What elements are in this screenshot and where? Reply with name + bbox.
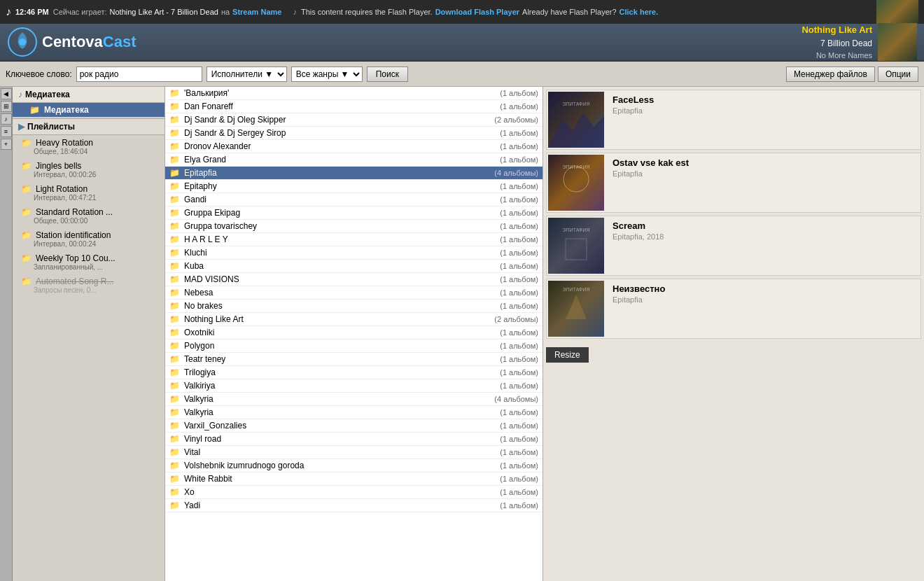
sidebar-item-2[interactable]: 📁Light RotationИнтервал, 00:47:21 [13, 181, 164, 204]
artist-row[interactable]: 📁Kluchi(1 альбом) [165, 246, 542, 260]
nav-icon-5[interactable]: + [1, 139, 12, 150]
genre-select[interactable]: Все жанры ▼ [291, 66, 363, 82]
sidebar-item-sub: Общее, 00:00:00 [34, 217, 159, 225]
file-manager-button[interactable]: Менеджер файлов [786, 66, 875, 82]
playlists-header[interactable]: ▶ Плейлисты [13, 118, 164, 135]
folder-icon-artist: 📁 [169, 314, 180, 324]
artist-row[interactable]: 📁Polygon(1 альбом) [165, 340, 542, 353]
sidebar-item-4[interactable]: 📁Station identificationИнтервал, 00:00:2… [13, 227, 164, 251]
folder-icon-artist: 📁 [169, 354, 180, 364]
sidebar-item-sub: Запросы песен, 0... [34, 286, 159, 294]
artist-row[interactable]: 📁Vital(1 альбом) [165, 446, 542, 459]
artist-row[interactable]: 📁Dj Sandr & Dj Sergey Sirop(1 альбом) [165, 127, 542, 140]
sidebar-items-container: 📁Heavy RotationОбщее, 18:46:04📁Jingles b… [13, 135, 164, 581]
artist-row[interactable]: 📁Volshebnik izumrudnogo goroda(1 альбом) [165, 459, 542, 472]
artist-row[interactable]: 📁MAD VISIONS(1 альбом) [165, 273, 542, 286]
artist-row[interactable]: 📁Valkyria(4 альбомы) [165, 393, 542, 406]
sidebar-item-5[interactable]: 📁Weekly Top 10 Cou...Запланированный, ..… [13, 251, 164, 274]
nav-icon-3[interactable]: ♪ [1, 113, 12, 125]
artist-name: Gruppa Ekipag [184, 208, 500, 218]
sidebar-item-0[interactable]: 📁Heavy RotationОбщее, 18:46:04 [13, 135, 164, 158]
artist-row[interactable]: 📁Oxotniki(1 альбом) [165, 326, 542, 340]
options-button[interactable]: Опции [878, 66, 918, 82]
np-artist: 7 Billion Dead [802, 37, 872, 50]
search-button[interactable]: Поиск [367, 66, 408, 82]
search-bar: Ключевое слово: Исполнители ▼ Все жанры … [0, 62, 924, 87]
sidebar-item-sub: Запланированный, ... [34, 263, 159, 271]
sidebar-item-medialibrary[interactable]: 📁 Медиатека [13, 103, 164, 117]
stream-name[interactable]: Stream Name [232, 8, 281, 16]
artist-row[interactable]: 📁Dj Sandr & Dj Oleg Skipper(2 альбомы) [165, 113, 542, 127]
album-count: (1 альбом) [500, 408, 538, 416]
artist-row[interactable]: 📁Epitaphy(1 альбом) [165, 180, 542, 193]
artist-row[interactable]: 📁Gruppa Ekipag(1 альбом) [165, 206, 542, 220]
folder-icon-artist: 📁 [169, 500, 180, 510]
folder-icon-artist: 📁 [169, 447, 180, 457]
album-info: Ostav vse kak estEpitapfia [610, 155, 919, 181]
logo[interactable]: CentovaCast [7, 27, 136, 57]
album-count: (2 альбомы) [494, 115, 538, 124]
sidebar-item-6[interactable]: 📁Automated Song R...Запросы песен, 0... [13, 274, 164, 297]
artist-name: Dan Fonareff [184, 102, 500, 111]
artist-row[interactable]: 📁Vinyl road(1 альбом) [165, 433, 542, 446]
album-card[interactable]: ЭПИТАФИЯFaceLessEpitapfia [546, 90, 921, 150]
nav-icon-1[interactable]: ◀ [1, 88, 12, 99]
album-count: (2 альбомы) [494, 315, 538, 323]
artist-row[interactable]: 📁No brakes(1 альбом) [165, 300, 542, 313]
album-meta: Epitapfia [612, 295, 916, 304]
artist-row[interactable]: 📁Teatr teney(1 альбом) [165, 353, 542, 366]
folder-icon-artist: 📁 [169, 328, 180, 337]
flash-middle-text: Already have Flash Player? [522, 8, 617, 16]
flash-click-link[interactable]: Click here. [620, 8, 659, 16]
artist-row[interactable]: 📁Valkyria(1 альбом) [165, 406, 542, 419]
artist-name: Valkyria [184, 407, 500, 417]
svg-text:ЭПИТАФИЯ: ЭПИТАФИЯ [563, 227, 590, 232]
artist-name: Epitaphy [184, 181, 500, 191]
folder-icon-artist: 📁 [169, 195, 180, 204]
search-input[interactable] [76, 66, 202, 82]
album-meta: Epitapfia [612, 106, 916, 115]
album-count: (1 альбом) [500, 302, 538, 310]
artist-name: Polygon [184, 341, 500, 351]
artist-name: Yadi [184, 500, 500, 510]
artist-row[interactable]: 📁'Валькирия'(1 альбом) [165, 87, 542, 100]
folder-icon: 📁 [21, 230, 31, 240]
album-card[interactable]: ЭПИТАФИЯНеизвестноEpitapfia [546, 279, 921, 339]
artist-row[interactable]: 📁Gandi(1 альбом) [165, 193, 542, 206]
album-card[interactable]: ЭПИТАФИЯScreamEpitapfia, 2018 [546, 216, 921, 276]
album-count: (1 альбом) [500, 382, 538, 390]
media-library-header[interactable]: ♪ Медиатека [13, 87, 164, 103]
sidebar-medialibrary-label: Медиатека [44, 105, 89, 115]
album-title: FaceLess [612, 94, 916, 105]
folder-icon-artist: 📁 [169, 421, 180, 430]
artist-row[interactable]: 📁Yadi(1 альбом) [165, 499, 542, 512]
flash-download-link[interactable]: Download Flash Player [435, 8, 519, 16]
note-icon-sidebar: ♪ [18, 90, 22, 99]
artist-row[interactable]: 📁Nothing Like Art(2 альбомы) [165, 313, 542, 326]
album-card[interactable]: ЭПИТАФИЯOstav vse kak estEpitapfia [546, 153, 921, 213]
artist-row[interactable]: 📁Kuba(1 альбом) [165, 260, 542, 273]
artist-row[interactable]: 📁Elya Grand(1 альбом) [165, 153, 542, 167]
sidebar-item-3[interactable]: 📁Standard Rotation ...Общее, 00:00:00 [13, 204, 164, 227]
artist-row[interactable]: 📁H A R L E Y(1 альбом) [165, 233, 542, 246]
artist-row[interactable]: 📁Dan Fonareff(1 альбом) [165, 100, 542, 113]
nav-icon-4[interactable]: ≡ [1, 126, 12, 137]
album-meta: Epitapfia [612, 169, 916, 178]
artist-row[interactable]: 📁Nebesa(1 альбом) [165, 286, 542, 300]
artist-row[interactable]: 📁Xo(1 альбом) [165, 486, 542, 499]
side-nav-strip: ◀ ⊞ ♪ ≡ + [0, 87, 13, 581]
logo-icon [7, 27, 38, 57]
artist-row[interactable]: 📁Trilogiya(1 альбом) [165, 366, 542, 379]
sidebar-item-1[interactable]: 📁Jingles bellsИнтервал, 00:00:26 [13, 158, 164, 181]
performer-select[interactable]: Исполнители ▼ [206, 66, 287, 82]
note-icon-2: ♪ [293, 8, 297, 16]
artist-row[interactable]: 📁Dronov Alexander(1 альбом) [165, 140, 542, 153]
artist-row[interactable]: 📁Valkiriya(1 альбом) [165, 379, 542, 393]
artist-row[interactable]: 📁Varxil_Gonzalies(1 альбом) [165, 419, 542, 433]
artist-row[interactable]: 📁White Rabbit(1 альбом) [165, 472, 542, 486]
nav-icon-2[interactable]: ⊞ [1, 101, 12, 112]
artist-row[interactable]: 📁Epitapfia(4 альбомы) [165, 167, 542, 180]
resize-button[interactable]: Resize [546, 347, 589, 363]
album-count: (1 альбом) [500, 435, 538, 443]
artist-row[interactable]: 📁Gruppa tovarischey(1 альбом) [165, 220, 542, 233]
